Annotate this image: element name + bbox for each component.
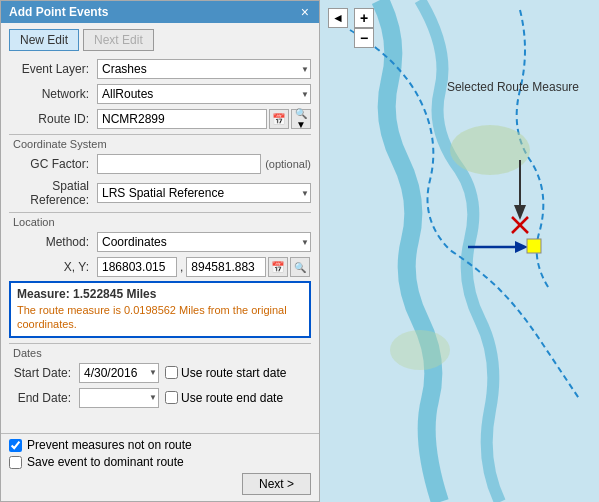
xy-row: X, Y: , 📅 🔍 bbox=[9, 257, 311, 277]
use-start-date-checkbox[interactable] bbox=[165, 366, 178, 379]
coordinate-system-section-label: Coordinate System bbox=[13, 138, 311, 150]
gc-factor-input[interactable] bbox=[97, 154, 261, 174]
edit-buttons-row: New Edit Next Edit bbox=[9, 29, 311, 51]
route-id-label: Route ID: bbox=[9, 112, 97, 126]
network-row: Network: AllRoutes ▼ bbox=[9, 84, 311, 104]
footer-checks: Prevent measures not on route Save event… bbox=[9, 438, 311, 469]
close-button[interactable]: × bbox=[299, 5, 311, 19]
xy-icon-btn[interactable]: 📅 bbox=[268, 257, 288, 277]
prevent-measures-checkbox[interactable] bbox=[9, 439, 22, 452]
event-layer-select[interactable]: Crashes bbox=[97, 59, 311, 79]
measure-number: 1.522845 Miles bbox=[73, 287, 156, 301]
event-layer-label: Event Layer: bbox=[9, 62, 97, 76]
route-id-input[interactable] bbox=[97, 109, 267, 129]
method-row: Method: Coordinates ▼ bbox=[9, 232, 311, 252]
save-dominant-checkbox[interactable] bbox=[9, 456, 22, 469]
svg-rect-9 bbox=[527, 239, 541, 253]
network-select[interactable]: AllRoutes bbox=[97, 84, 311, 104]
start-date-select-wrapper: 4/30/2016 ▼ bbox=[79, 363, 159, 383]
method-select-wrapper: Coordinates ▼ bbox=[97, 232, 311, 252]
save-dominant-label: Save event to dominant route bbox=[27, 455, 184, 469]
measure-label: Measure: bbox=[17, 287, 70, 301]
start-date-label: Start Date: bbox=[9, 366, 79, 380]
gc-factor-label: GC Factor: bbox=[9, 157, 97, 171]
start-date-row: Start Date: 4/30/2016 ▼ Use route start … bbox=[9, 363, 311, 383]
zoom-out-button[interactable]: − bbox=[354, 28, 374, 48]
map-zoom-buttons: + − bbox=[354, 8, 374, 48]
xy-label: X, Y: bbox=[9, 260, 97, 274]
dates-section-label: Dates bbox=[13, 347, 311, 359]
end-date-select-wrapper: ▼ bbox=[79, 388, 159, 408]
method-select[interactable]: Coordinates bbox=[97, 232, 311, 252]
selected-route-measure-label: Selected Route Measure bbox=[447, 80, 579, 94]
panel-title-bar: Add Point Events × bbox=[1, 1, 319, 23]
next-edit-button[interactable]: Next Edit bbox=[83, 29, 154, 51]
use-end-date-check: Use route end date bbox=[165, 391, 283, 405]
network-select-wrapper: AllRoutes ▼ bbox=[97, 84, 311, 104]
spatial-ref-select-wrapper: LRS Spatial Reference ▼ bbox=[97, 183, 311, 203]
network-label: Network: bbox=[9, 87, 97, 101]
end-date-row: End Date: ▼ Use route end date bbox=[9, 388, 311, 408]
measure-box: Measure: 1.522845 Miles The route measur… bbox=[9, 281, 311, 338]
save-dominant-row: Save event to dominant route bbox=[9, 455, 311, 469]
start-date-select[interactable]: 4/30/2016 bbox=[79, 363, 159, 383]
xy-zoom-btn[interactable]: 🔍 bbox=[290, 257, 310, 277]
next-btn-row: Next > bbox=[9, 473, 311, 495]
use-start-date-check: Use route start date bbox=[165, 366, 286, 380]
event-layer-select-wrapper: Crashes ▼ bbox=[97, 59, 311, 79]
route-id-row: Route ID: 📅 🔍▼ bbox=[9, 109, 311, 129]
use-end-date-label: Use route end date bbox=[181, 391, 283, 405]
prevent-measures-row: Prevent measures not on route bbox=[9, 438, 311, 452]
y-input[interactable] bbox=[186, 257, 266, 277]
end-date-select[interactable] bbox=[79, 388, 159, 408]
map-back-button[interactable]: ◄ bbox=[328, 8, 348, 28]
measure-value: Measure: 1.522845 Miles bbox=[17, 287, 303, 301]
new-edit-button[interactable]: New Edit bbox=[9, 29, 79, 51]
map-svg bbox=[320, 0, 599, 502]
gc-factor-optional: (optional) bbox=[265, 158, 311, 170]
end-date-label: End Date: bbox=[9, 391, 79, 405]
prevent-measures-label: Prevent measures not on route bbox=[27, 438, 192, 452]
panel-body: New Edit Next Edit Event Layer: Crashes … bbox=[1, 23, 319, 433]
location-section-label: Location bbox=[13, 216, 311, 228]
route-id-icon-btn[interactable]: 📅 bbox=[269, 109, 289, 129]
panel-footer: Prevent measures not on route Save event… bbox=[1, 433, 319, 501]
method-label: Method: bbox=[9, 235, 97, 249]
use-end-date-checkbox[interactable] bbox=[165, 391, 178, 404]
svg-rect-0 bbox=[320, 0, 599, 502]
spatial-ref-row: Spatial Reference: LRS Spatial Reference… bbox=[9, 179, 311, 207]
map-panel: ◄ + − Selected Route Measure Select bbox=[320, 0, 599, 502]
x-input[interactable] bbox=[97, 257, 177, 277]
left-panel: Add Point Events × New Edit Next Edit Ev… bbox=[0, 0, 320, 502]
spatial-ref-select[interactable]: LRS Spatial Reference bbox=[97, 183, 311, 203]
use-start-date-label: Use route start date bbox=[181, 366, 286, 380]
panel-title: Add Point Events bbox=[9, 5, 108, 19]
event-layer-row: Event Layer: Crashes ▼ bbox=[9, 59, 311, 79]
svg-point-2 bbox=[390, 330, 450, 370]
spatial-ref-label: Spatial Reference: bbox=[9, 179, 97, 207]
route-id-zoom-btn[interactable]: 🔍▼ bbox=[291, 109, 311, 129]
xy-separator: , bbox=[177, 260, 186, 274]
gc-factor-row: GC Factor: (optional) bbox=[9, 154, 311, 174]
zoom-in-button[interactable]: + bbox=[354, 8, 374, 28]
svg-point-1 bbox=[450, 125, 530, 175]
next-button[interactable]: Next > bbox=[242, 473, 311, 495]
measure-note: The route measure is 0.0198562 Miles fro… bbox=[17, 303, 303, 332]
